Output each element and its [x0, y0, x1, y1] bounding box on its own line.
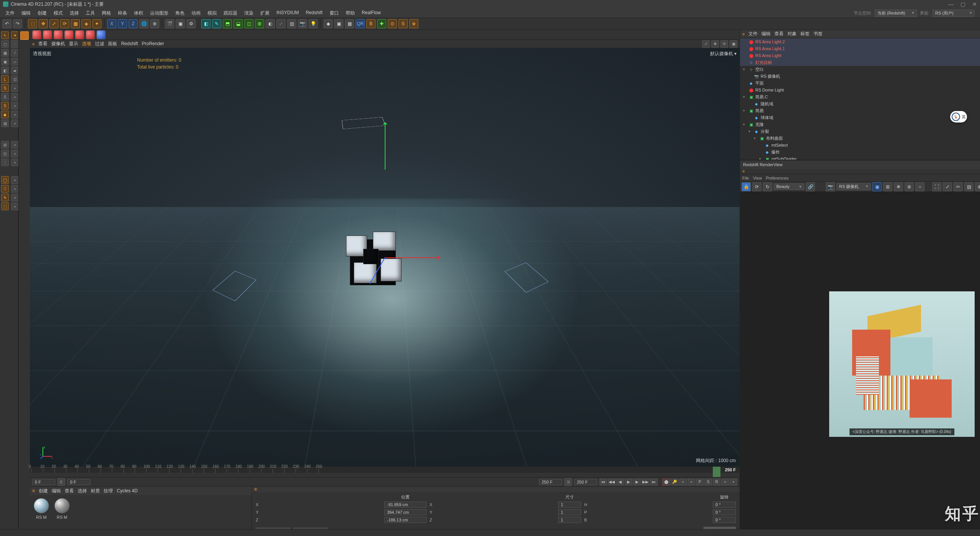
menu-选择[interactable]: 选择: [67, 9, 82, 17]
snap-2[interactable]: ⊡: [1, 150, 9, 157]
rot-X[interactable]: [713, 502, 736, 508]
menu-动画[interactable]: 动画: [188, 9, 204, 17]
gizmo-x-axis[interactable]: [385, 257, 438, 258]
viewport-menu-选项[interactable]: 选项: [82, 41, 91, 46]
material-tab-纹理[interactable]: 纹理: [104, 488, 113, 494]
s-tool-2[interactable]: S: [1, 93, 9, 101]
menu-样条[interactable]: 样条: [115, 9, 130, 17]
obj-menu-icon[interactable]: ≡: [742, 32, 745, 36]
autokey-button[interactable]: 🔑: [671, 479, 678, 485]
axis-z-toggle[interactable]: Z: [129, 19, 138, 28]
palette-1[interactable]: ▪: [11, 84, 19, 92]
menu-工具[interactable]: 工具: [83, 9, 98, 17]
rv-region-icon[interactable]: ▣: [872, 182, 882, 191]
viewport-camera-label[interactable]: 默认摄像机 ▾: [710, 51, 737, 57]
material-menu-icon[interactable]: ≡: [32, 488, 35, 494]
object-name[interactable]: 随机域: [761, 101, 980, 107]
s-tool-3[interactable]: S: [1, 102, 9, 109]
menu-Redshift[interactable]: Redshift: [303, 9, 326, 17]
rv-opt-4[interactable]: ▤: [964, 182, 973, 191]
object-name[interactable]: RS Area Light.1: [755, 46, 980, 51]
tree-row[interactable]: 📷RS 摄像机: [740, 73, 980, 80]
sel-tool-4[interactable]: ⬚: [1, 203, 9, 210]
rv-circle-icon[interactable]: ○: [915, 182, 924, 191]
viewport-menu-查看[interactable]: 查看: [38, 41, 47, 46]
obj-tab-编辑[interactable]: 编辑: [761, 31, 771, 36]
goto-start[interactable]: ⏮: [599, 479, 607, 485]
face-tool[interactable]: ▰: [11, 67, 19, 74]
key-rot[interactable]: R: [713, 479, 720, 485]
tree-row[interactable]: ⬤RS Area Light: [740, 52, 980, 59]
rv-camera-combo[interactable]: RS 摄像机: [836, 183, 871, 190]
tree-row[interactable]: ▾▣简易: [740, 107, 980, 114]
layout-combo[interactable]: RS (用户): [933, 10, 975, 17]
light-button[interactable]: 💡: [309, 19, 318, 28]
render-output[interactable]: <深度公众号: 野鹿志 微博: 野鹿志 作者: 马鹿野郎> (0.04s) Pr…: [740, 192, 980, 536]
rs-orb-3[interactable]: [54, 30, 63, 39]
rs-orb-1[interactable]: [32, 30, 41, 39]
menu-帮助[interactable]: 帮助: [343, 9, 358, 17]
cube-tool[interactable]: ▢: [1, 40, 9, 48]
viewport-menu-显示[interactable]: 显示: [69, 41, 78, 46]
tree-expand-icon[interactable]: ▾: [743, 67, 747, 71]
object-name[interactable]: 简易.C: [755, 94, 980, 100]
sel-b4[interactable]: ▪: [11, 203, 19, 210]
tree-expand-icon[interactable]: ▾: [759, 157, 763, 160]
snap-3[interactable]: ⋮: [1, 159, 9, 166]
tree-row[interactable]: ▾▣简易.C: [740, 93, 980, 100]
generator-1[interactable]: ⬒: [223, 19, 232, 28]
goto-end[interactable]: ⏭: [650, 479, 658, 485]
tree-row[interactable]: ▾▣布料曲面: [740, 135, 980, 142]
key-pla[interactable]: ▪: [730, 479, 737, 485]
size-X[interactable]: [558, 502, 581, 508]
rv-refresh-button[interactable]: ↻: [763, 182, 772, 191]
key-pos[interactable]: P: [696, 479, 704, 485]
object-name[interactable]: RS Area Light: [755, 53, 980, 58]
object-name[interactable]: 平面: [755, 80, 980, 86]
misc-tool-2[interactable]: ▤: [1, 119, 9, 127]
object-name[interactable]: 空白: [755, 67, 980, 72]
axis-x-toggle[interactable]: X: [107, 19, 116, 28]
axis-y-toggle[interactable]: Y: [118, 19, 127, 28]
move-tool[interactable]: ✥: [39, 19, 48, 28]
record-button[interactable]: ⬤: [662, 479, 670, 485]
size-Z[interactable]: [558, 517, 581, 523]
tool-5[interactable]: ▦: [71, 19, 80, 28]
menu-窗口[interactable]: 窗口: [327, 9, 342, 17]
plugin-8[interactable]: ※: [409, 19, 418, 28]
pos-X[interactable]: [384, 502, 426, 508]
rv-adjust-icon[interactable]: ⊛: [905, 182, 914, 191]
pos-Y[interactable]: [384, 509, 426, 515]
obj-tab-书签[interactable]: 书签: [813, 31, 823, 36]
size-Y[interactable]: [558, 509, 581, 515]
key-opt-2[interactable]: ▪: [688, 479, 695, 485]
key-scale[interactable]: S: [704, 479, 712, 485]
plugin-6[interactable]: ⊙: [388, 19, 397, 28]
palette-4[interactable]: ▪: [11, 111, 19, 118]
prev-key[interactable]: ◀◀: [608, 479, 616, 485]
world-toggle[interactable]: 🌐: [139, 19, 149, 28]
menu-模拟[interactable]: 模拟: [204, 9, 220, 17]
tree-row[interactable]: ◆mtSelect: [740, 142, 980, 149]
obj-tab-对象[interactable]: 对象: [787, 31, 797, 36]
viewport-3d[interactable]: 透视视图 默认摄像机 ▾ Number of emitters: 0 Total…: [30, 48, 740, 466]
render-settings-button[interactable]: ⚙: [186, 19, 196, 28]
prev-frame[interactable]: ◀: [616, 479, 624, 485]
menu-创建[interactable]: 创建: [34, 9, 50, 17]
viewport-menu-icon[interactable]: ≡: [32, 42, 34, 46]
rv-menu-File[interactable]: File: [742, 176, 749, 180]
range-end-b[interactable]: 250 F: [574, 479, 597, 485]
edge-tool-2[interactable]: ▱: [11, 58, 19, 65]
render-button[interactable]: 🎬: [165, 19, 174, 28]
palette-5[interactable]: ▪: [11, 119, 19, 127]
object-name[interactable]: 克隆: [755, 122, 980, 127]
tree-row[interactable]: ▾⊹空白: [740, 66, 980, 73]
menu-文件[interactable]: 文件: [2, 9, 18, 17]
live-select-tool[interactable]: ↖: [1, 31, 9, 39]
tree-expand-icon[interactable]: ▾: [754, 136, 758, 140]
object-name[interactable]: 爆炸: [771, 149, 980, 155]
next-frame[interactable]: ▶: [633, 479, 641, 485]
coord-toggle[interactable]: ⊕: [150, 19, 159, 28]
rv-aov-combo[interactable]: Beauty: [774, 183, 804, 190]
object-name[interactable]: RS 摄像机: [761, 74, 980, 79]
